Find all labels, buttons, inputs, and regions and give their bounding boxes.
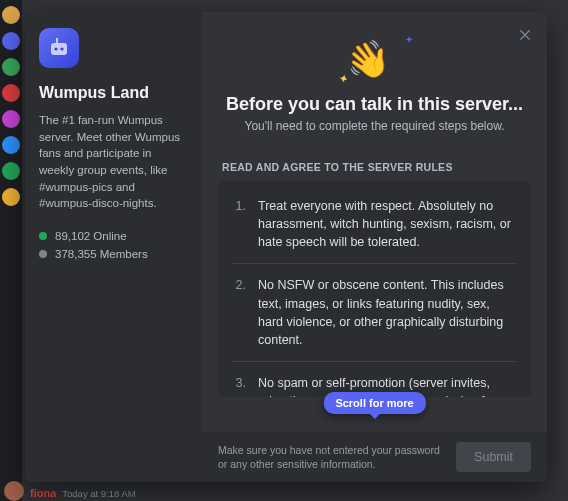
server-avatar[interactable] (2, 162, 20, 180)
server-avatar[interactable] (2, 188, 20, 206)
hero-subtitle: You'll need to complete the required ste… (244, 119, 504, 133)
rule-number: 1. (232, 197, 246, 251)
submit-button[interactable]: Submit (456, 442, 531, 472)
online-count-label: 89,102 Online (55, 230, 127, 242)
rules-panel: ✦ ✦ 👋 Before you can talk in this server… (202, 12, 547, 482)
hero-title: Before you can talk in this server... (226, 94, 523, 115)
rule-text: Treat everyone with respect. Absolutely … (258, 197, 517, 251)
server-list-strip (0, 0, 22, 501)
rules-list[interactable]: 1.Treat everyone with respect. Absolutel… (218, 181, 531, 397)
server-avatar[interactable] (2, 84, 20, 102)
server-info-panel: Wumpus Land The #1 fan-run Wumpus server… (25, 12, 202, 482)
robot-icon (47, 36, 71, 60)
close-button[interactable] (513, 22, 537, 46)
waving-hand-icon: ✦ ✦ 👋 (345, 38, 405, 88)
server-avatar[interactable] (2, 136, 20, 154)
modal-footer: Make sure you have not entered your pass… (202, 432, 547, 482)
online-dot-icon (39, 232, 47, 240)
svg-point-3 (60, 47, 63, 50)
member-count-label: 378,355 Members (55, 248, 148, 260)
scroll-hint-pill[interactable]: Scroll for more (323, 392, 425, 414)
sparkle-icon: ✦ (405, 34, 413, 45)
close-icon (517, 26, 533, 42)
rule-text: No NSFW or obscene content. This include… (258, 276, 517, 349)
rule-item: 1.Treat everyone with respect. Absolutel… (232, 185, 517, 264)
rule-number: 3. (232, 374, 246, 397)
server-avatar[interactable] (2, 6, 20, 24)
rule-item: 2.No NSFW or obscene content. This inclu… (232, 264, 517, 362)
svg-rect-0 (51, 43, 67, 55)
chat-timestamp: Today at 9:18 AM (62, 488, 135, 499)
server-icon (39, 28, 79, 68)
hero-section: ✦ ✦ 👋 Before you can talk in this server… (202, 12, 547, 143)
members-dot-icon (39, 250, 47, 258)
server-name: Wumpus Land (39, 84, 188, 102)
rule-number: 2. (232, 276, 246, 349)
server-avatar[interactable] (2, 32, 20, 50)
svg-rect-1 (56, 38, 58, 43)
server-description: The #1 fan-run Wumpus server. Meet other… (39, 112, 188, 212)
avatar (4, 481, 24, 501)
server-avatar[interactable] (2, 110, 20, 128)
footer-warning: Make sure you have not entered your pass… (218, 443, 444, 471)
svg-point-2 (54, 47, 57, 50)
chat-message-header: fiona Today at 9:18 AM (30, 487, 136, 499)
rules-modal: Wumpus Land The #1 fan-run Wumpus server… (25, 12, 547, 482)
rules-section-label: Read and agree to the server rules (202, 143, 547, 181)
member-count: 378,355 Members (39, 248, 188, 260)
online-count: 89,102 Online (39, 230, 188, 242)
server-avatar[interactable] (2, 58, 20, 76)
chat-username: fiona (30, 487, 56, 499)
